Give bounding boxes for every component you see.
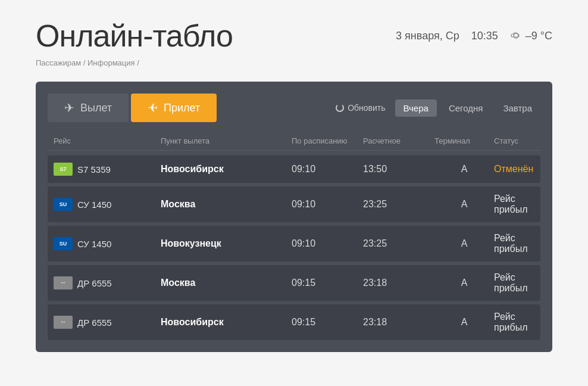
airline-logo: ··· — [54, 276, 73, 290]
flight-code: СУ 1450 — [77, 239, 111, 249]
departure-icon: ✈ — [64, 101, 74, 115]
flight-code: ДР 6555 — [77, 278, 112, 288]
estimated-time: 23:18 — [363, 317, 434, 328]
terminal: А — [434, 317, 494, 328]
temperature: –9 °С — [526, 30, 552, 42]
weather-display: –9 °С — [510, 30, 552, 42]
page-title: Онлайн-табло — [36, 18, 233, 54]
yesterday-button[interactable]: Вчера — [395, 99, 437, 117]
destination: Новокузнецк — [161, 238, 292, 249]
scheduled-time: 09:15 — [292, 278, 363, 288]
refresh-icon — [336, 104, 344, 112]
destination: Москва — [161, 278, 292, 288]
status: Отменён — [494, 164, 534, 175]
flight-number: S7 S7 5359 — [54, 163, 161, 176]
terminal: А — [434, 278, 494, 288]
flight-number: SU СУ 1450 — [54, 237, 161, 250]
airline-logo: SU — [54, 237, 73, 250]
status: Рейс прибыл — [494, 312, 534, 333]
col-estimated: Расчетное — [363, 136, 434, 145]
col-terminal: Терминал — [434, 136, 494, 145]
col-scheduled: По расписанию — [292, 136, 363, 145]
table-row[interactable]: SU СУ 1450 Новокузнецк 09:10 23:25 А Рей… — [48, 226, 540, 262]
header-right: 3 января, Ср 10:35 –9 °С — [396, 30, 552, 42]
today-button[interactable]: Сегодня — [440, 99, 492, 117]
flight-code: S7 5359 — [77, 164, 111, 175]
header-top: Онлайн-табло 3 января, Ср 10:35 –9 °С — [36, 18, 552, 54]
terminal: А — [434, 199, 494, 210]
estimated-time: 13:50 — [363, 164, 434, 175]
col-origin: Пункт вылета — [161, 136, 292, 145]
destination: Новосибирск — [161, 317, 292, 328]
table-row[interactable]: SU СУ 1450 Москва 09:10 23:25 А Рейс при… — [48, 186, 540, 222]
flight-rows: S7 S7 5359 Новосибирск 09:10 13:50 А Отм… — [48, 155, 540, 340]
tab-arrival[interactable]: ✈ Прилет — [131, 94, 217, 122]
page-container: Онлайн-табло 3 января, Ср 10:35 –9 °С Па… — [0, 0, 588, 370]
terminal: А — [434, 238, 494, 249]
status: Рейс прибыл — [494, 233, 534, 254]
table-row[interactable]: ··· ДР 6555 Москва 09:15 23:18 А Рейс пр… — [48, 265, 540, 301]
estimated-time: 23:25 — [363, 238, 434, 249]
weather-icon — [510, 31, 522, 41]
breadcrumb: Пассажирам / Информация / — [36, 58, 552, 67]
col-status: Статус — [494, 136, 534, 145]
tab-departure-label: Вылет — [80, 102, 112, 114]
scheduled-time: 09:10 — [292, 199, 363, 210]
status: Рейс прибыл — [494, 272, 534, 294]
tab-arrival-label: Прилет — [164, 102, 200, 114]
estimated-time: 23:25 — [363, 199, 434, 210]
table-row[interactable]: S7 S7 5359 Новосибирск 09:10 13:50 А Отм… — [48, 155, 540, 183]
airline-logo: SU — [54, 198, 73, 211]
arrival-icon: ✈ — [148, 101, 158, 115]
date-display: 3 января, Ср — [396, 30, 459, 42]
estimated-time: 23:18 — [363, 278, 434, 288]
table-header: Рейс Пункт вылета По расписанию Расчетно… — [48, 136, 540, 151]
refresh-button[interactable]: Обновить — [336, 103, 385, 113]
tab-departure[interactable]: ✈ Вылет — [48, 94, 129, 122]
scheduled-time: 09:15 — [292, 317, 363, 328]
board-container: ✈ Вылет ✈ Прилет Обновить Вчера Сегодня … — [36, 82, 552, 352]
scheduled-time: 09:10 — [292, 164, 363, 175]
tabs-row: ✈ Вылет ✈ Прилет Обновить Вчера Сегодня … — [48, 94, 540, 122]
scheduled-time: 09:10 — [292, 238, 363, 249]
tomorrow-button[interactable]: Завтра — [495, 99, 540, 117]
col-flight: Рейс — [54, 136, 161, 145]
airline-logo: S7 — [54, 163, 73, 176]
flight-code: ДР 6555 — [77, 317, 112, 328]
day-buttons: Вчера Сегодня Завтра — [395, 99, 540, 117]
flight-number: SU СУ 1450 — [54, 198, 161, 211]
airline-logo: ··· — [54, 316, 73, 329]
time-display: 10:35 — [471, 30, 498, 42]
destination: Москва — [161, 199, 292, 210]
table-row[interactable]: ··· ДР 6555 Новосибирск 09:15 23:18 А Ре… — [48, 304, 540, 340]
flight-number: ··· ДР 6555 — [54, 276, 161, 290]
flight-code: СУ 1450 — [77, 200, 111, 210]
flight-number: ··· ДР 6555 — [54, 316, 161, 329]
status: Рейс прибыл — [494, 194, 534, 215]
terminal: А — [434, 164, 494, 175]
destination: Новосибирск — [161, 164, 292, 175]
refresh-label: Обновить — [348, 103, 385, 113]
